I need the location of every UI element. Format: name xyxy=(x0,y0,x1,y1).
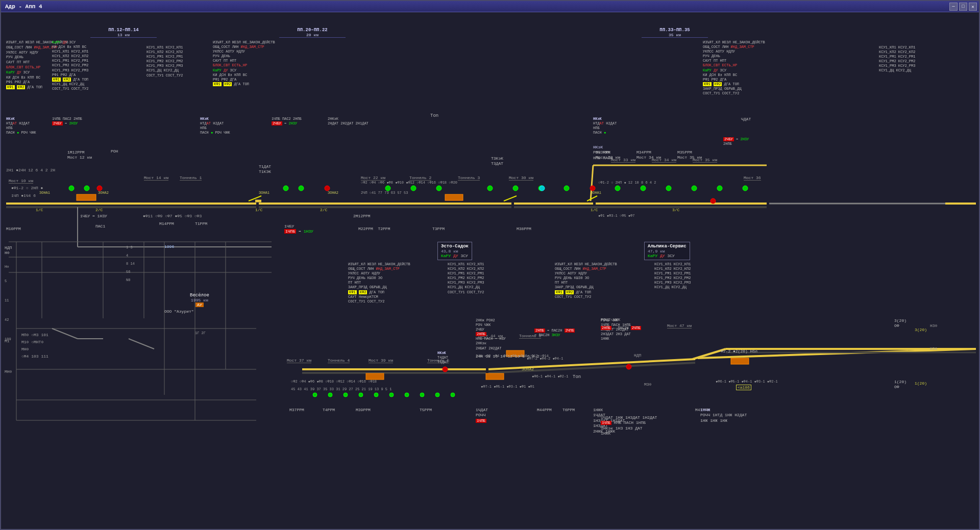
bridge-10km: Мост 10 км xyxy=(9,179,33,184)
svg-point-73 xyxy=(359,393,363,397)
chpb2-block-mid: 1ЧПБ ПАС2 2НПБ 2ЧБУ ➡ 2НЗУ xyxy=(272,117,302,126)
svg-point-60 xyxy=(641,186,646,191)
bridge-22km: Мост 22 км xyxy=(361,175,385,181)
kcu-far-right: КСУ1_КП1 КСУ2_КП1 КСУ1_КП2 КСУ2_КП2 КСУ1… xyxy=(879,45,915,73)
svg-point-64 xyxy=(743,186,748,191)
m38rrm-label: М38РРМ xyxy=(517,226,531,232)
tunnel-3: Тоннель 3 xyxy=(458,175,480,181)
bridge-47km: Мост 47 км xyxy=(667,323,692,329)
region-far-right-lower: Ф2-2 ●2(20) Нбл xyxy=(721,349,757,354)
bridge-30km: Мост 30 км xyxy=(509,175,533,181)
karu-panel-left: КаРУ ДУ 3СУ КИ ДСН Вз КПП ВС КСУ1_КП1 КС… xyxy=(52,40,88,91)
roch2-block: РОЧ2 ЧЖК xyxy=(601,317,620,322)
chat-labels-bottom: 1ЧДАТ 1НЖ 1НЗДАТ 1Н2ДАТ 1ЧПБ НПБ ПАСН 1Н… xyxy=(601,415,657,437)
nchat-block: 1ЧДАТ РОЧЧ 1ЧПБ xyxy=(476,408,488,423)
svg-point-52 xyxy=(385,186,390,191)
tunnel-1: Тоннель 1 xyxy=(180,175,202,181)
track-nums-mid2: 2ЧП ○41 77 73 63 57 53 xyxy=(361,191,408,195)
ndp-label: НДП xyxy=(634,353,641,358)
phi-right: ●Ф1 ●Ф3-1 ○Ф5 ●Ф7 xyxy=(598,214,634,218)
pas2h-block: 2НПБ ➡ ПАС2Н 2ЧПБ ➡ ПАС2Н 3НЗУ xyxy=(534,329,575,338)
svg-point-79 xyxy=(451,393,455,397)
rrm-lower-labels: М22РРМ Т2РРМ xyxy=(358,226,390,232)
section-label-2: ПП.20–ПП.22 xyxy=(297,28,327,33)
svg-text:1/C: 1/C xyxy=(591,208,598,212)
minimize-button[interactable]: — xyxy=(949,3,958,11)
bridge-39km: Мост 39 км xyxy=(369,358,393,363)
zona1-mid: ЗОНА1 xyxy=(259,191,270,195)
m39rrm: М39РРМ xyxy=(356,408,371,413)
svg-rect-47 xyxy=(731,358,749,364)
nkk-block-right: 2НКэК 2НДАТ 2Н2ДАТ 2Н1ДАТ xyxy=(328,117,369,126)
svg-point-53 xyxy=(411,186,416,191)
close-button[interactable]: ✕ xyxy=(969,3,977,11)
nzuu-block-lower: 1ЧБУ 1ЧПБ ➡ 1НЗУ xyxy=(284,224,313,235)
ton-indicator-2: Ton xyxy=(430,113,438,118)
svg-point-50 xyxy=(283,186,288,191)
year-marker: 1996 xyxy=(164,244,174,249)
svg-line-9 xyxy=(488,359,695,369)
t5rrm: Т5РРМ xyxy=(420,408,432,413)
h3-lower: Н3⊙ xyxy=(930,346,937,351)
ton-indicator-1: Ton xyxy=(573,374,581,380)
zona1-right: ЗОНА1 xyxy=(591,191,601,195)
svg-point-68 xyxy=(710,198,716,204)
svg-point-69 xyxy=(540,186,545,191)
svg-point-65 xyxy=(97,186,102,191)
ndl-labels: Н⊙ 5 11 42 109 xyxy=(5,265,11,341)
svg-text:3(20): 3(20) xyxy=(915,327,927,332)
svg-text:1/C: 1/C xyxy=(255,208,263,212)
m14rrm: М14РРМ xyxy=(159,221,174,226)
phi-labels-mid: ●Ф11 ○Ф9 ○Ф7 ●Ф5 ○Ф3 ○Ф3 xyxy=(143,214,202,218)
esto-sadok-station: Эсто-Садок 43,8 км КаРУ ДУ 3СУ xyxy=(437,242,472,260)
track-nums-mid: ○Ф2 ○Ф4 ○Ф6 ●Ф8 ●Ф10 ●Ф12 ○Ф14 ○Ф16 ○Ф18… xyxy=(361,181,457,185)
svg-point-56 xyxy=(513,186,518,191)
section-pp33-35: ПП.33–ПП.35 35 км xyxy=(642,28,708,38)
svg-line-12 xyxy=(488,363,695,373)
nkk-block-left: НКэК НТДАТ Н2ДАТ НПБ ПАСН ● РОЧ ЧЖК xyxy=(6,117,36,135)
zona1-left: ЗОНА1 xyxy=(39,191,50,195)
chpb-block: 1ЧПБ ПАС2 2НПБ 2ЧБУ ➡ 2НЗУ xyxy=(52,117,82,126)
phi-right-lower: ●Ф6-1 ●Ф5-1 ●Ф4-1 ●Ф3-1 ●Ф2-1 xyxy=(716,380,778,384)
phi-bottom-nums: 45 43 41 39 37 35 33 31 29 27 25 21 19 1… xyxy=(291,387,391,391)
kcu-panel-right: ИЗЪЯТ_КЛ ЖЕЗЛ НЕ_ЗАКОН_ДЕЙСТВ ОБЩ_СОСТ Л… xyxy=(703,40,765,96)
zona2-mid: ЗОНА2 xyxy=(328,191,338,195)
m12rrm: 1М12РРМ Мост 12 км xyxy=(67,150,92,161)
svg-line-37 xyxy=(504,196,517,201)
svg-line-32 xyxy=(129,339,154,349)
col-nums: 1 3 4 8 14 56 N0 xyxy=(126,245,135,282)
svg-point-66 xyxy=(325,186,330,191)
maximize-button[interactable]: □ xyxy=(959,3,967,11)
svg-text:2/C: 2/C xyxy=(320,208,328,212)
t1rrm: Т1РРМ xyxy=(195,221,207,226)
esto-status-2: КСУ1_КП1 КСУ2_КП1 КСУ1_КП2 КСУ2_КП2 КСУ1… xyxy=(448,262,484,295)
nkk-block-mid: НКэК НТДАТ Н2ДАТ НПБ ПАСН ● РОЧ ЧЖК xyxy=(200,117,230,135)
alpika-kcu-status: КСУ1_КП1 КСУ2_КП1 КСУ1_КП2 КСУ2_КП2 КСУ1… xyxy=(654,262,691,290)
svg-point-59 xyxy=(615,186,620,191)
section-km-3: 35 км xyxy=(642,33,708,37)
svg-point-74 xyxy=(374,393,378,397)
kcu-panel-1: КСУ1_КП1 КСУ2_КП1 КСУ1_КП2 КСУ2_КП2 КСУ1… xyxy=(146,45,183,78)
tunnel-4: Тоннель 4 xyxy=(328,358,350,363)
svg-point-78 xyxy=(435,393,439,397)
t4rrm: Т4РРМ xyxy=(323,408,335,413)
veseloe-station: Весёлое 1995 км АУ xyxy=(190,293,209,308)
svg-point-54 xyxy=(436,186,442,191)
title-bar: Адр - Апп 4 — □ ✕ xyxy=(1,1,979,12)
svg-point-63 xyxy=(717,186,722,191)
svg-point-57 xyxy=(538,186,544,191)
bottom-track-nums: 1Г 2Г xyxy=(195,331,206,335)
track-svg: 1/C 1/C 1/C 2/C 2/C 3/C 3(20) 1(20) xyxy=(1,12,980,530)
svg-point-51 xyxy=(299,186,304,191)
alpika-servis-station: Альпика-Сервис 47,9 км КаРУ ДУ 3СУ xyxy=(644,242,690,260)
svg-point-77 xyxy=(420,393,424,397)
svg-point-48 xyxy=(69,186,74,191)
svg-rect-42 xyxy=(77,194,96,200)
section-pp20-22: ПП.20–ПП.22 20 км xyxy=(279,28,346,38)
section-label-3: ПП.33–ПП.35 xyxy=(659,28,690,33)
esto-status-1: ИЗЪЯТ_КЛ ЖЕЗЛ НЕ_ЗАКОН_ДЕЙСТВ ОБЩ_СОСТ Л… xyxy=(348,262,410,304)
svg-line-36 xyxy=(249,196,261,201)
chdat-block: ЧДАТ xyxy=(741,117,751,122)
nhp-block: НДП Н⊙ xyxy=(5,245,12,256)
bridge-36: Мост 36 xyxy=(744,175,761,181)
